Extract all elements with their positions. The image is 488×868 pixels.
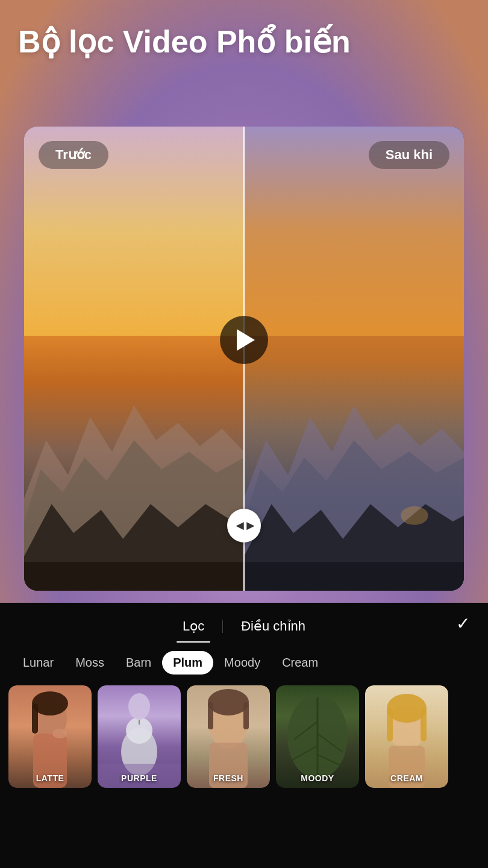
- tab-adjust[interactable]: Điều chỉnh: [229, 614, 318, 639]
- drag-arrows-icon: ◄►: [233, 518, 255, 533]
- play-button[interactable]: [220, 316, 268, 364]
- filter-thumb-latte[interactable]: LATTE: [8, 685, 92, 788]
- cream-thumbnail: [365, 685, 448, 788]
- moody-thumbnail: [276, 685, 359, 788]
- filter-name-plum[interactable]: Plum: [162, 651, 213, 675]
- after-label: Sau khi: [369, 141, 449, 169]
- fresh-thumbnail: [187, 685, 270, 788]
- latte-thumbnail: [8, 685, 92, 788]
- bottom-panel: Lọc Điều chỉnh ✓ Lunar Moss Barn Plum Mo…: [0, 603, 488, 868]
- filter-name-lunar[interactable]: Lunar: [12, 651, 64, 675]
- filter-thumb-purple[interactable]: PURPLE: [98, 685, 181, 788]
- svg-point-13: [52, 729, 67, 738]
- svg-rect-3: [24, 562, 244, 591]
- filter-name-moody[interactable]: Moody: [213, 651, 271, 675]
- before-label: Trước: [39, 141, 108, 169]
- split-drag-handle[interactable]: ◄►: [227, 509, 261, 542]
- filter-thumb-fresh[interactable]: FRESH: [187, 685, 270, 788]
- tabs-row: Lọc Điều chỉnh ✓: [0, 603, 488, 639]
- svg-point-8: [401, 506, 428, 524]
- fresh-label: FRESH: [187, 773, 270, 783]
- filter-names-row: Lunar Moss Barn Plum Moody Cream: [0, 639, 488, 679]
- after-image: [244, 127, 464, 591]
- svg-rect-22: [243, 702, 249, 729]
- svg-rect-12: [32, 703, 38, 734]
- svg-point-16: [128, 693, 150, 720]
- latte-label: LATTE: [8, 773, 92, 783]
- page-title: Bộ lọc Video Phổ biến: [18, 24, 470, 60]
- filter-thumb-cream[interactable]: CREAM: [365, 685, 448, 788]
- svg-rect-32: [387, 708, 393, 741]
- cream-label: CREAM: [365, 773, 448, 783]
- preview-card: Trước Sau khi ◄►: [24, 127, 464, 591]
- svg-rect-21: [208, 702, 213, 729]
- svg-point-20: [208, 689, 249, 715]
- filter-name-barn[interactable]: Barn: [115, 651, 162, 675]
- tab-divider: [222, 620, 223, 633]
- tab-filter[interactable]: Lọc: [170, 614, 216, 639]
- svg-rect-7: [244, 562, 464, 591]
- purple-thumbnail: [98, 685, 181, 788]
- purple-label: PURPLE: [98, 773, 181, 783]
- filter-thumb-moody[interactable]: MOODY: [276, 685, 359, 788]
- before-image: [24, 127, 244, 591]
- moody-label: MOODY: [276, 773, 359, 783]
- filter-thumbs-row: LATTE PURPLE: [0, 679, 488, 868]
- split-container: Trước Sau khi ◄►: [24, 127, 464, 591]
- filter-name-moss[interactable]: Moss: [64, 651, 115, 675]
- play-icon: [237, 329, 255, 351]
- confirm-button[interactable]: ✓: [456, 614, 470, 634]
- svg-rect-33: [421, 708, 427, 741]
- filter-name-cream[interactable]: Cream: [271, 651, 329, 675]
